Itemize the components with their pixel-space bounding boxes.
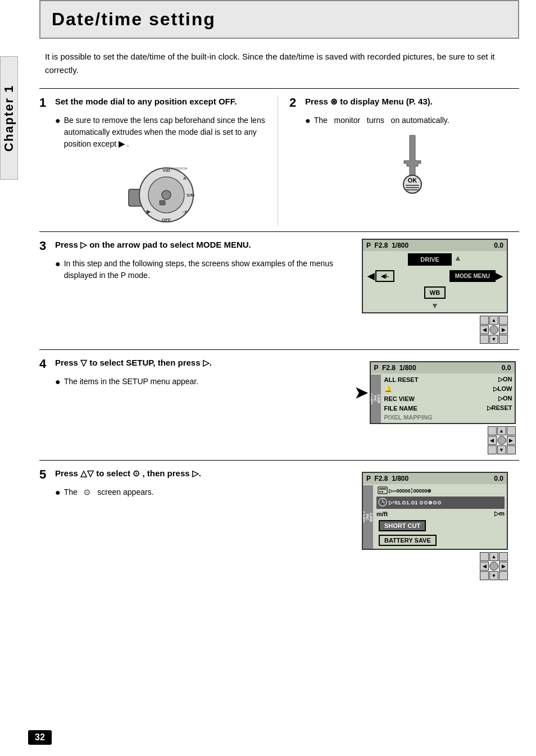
step-5-section: 5 Press △▽ to select ⊙ , then press ▷. ●… [39, 460, 519, 580]
lcd-top-bar-3: P F2.8 1/800 0.0 [363, 240, 507, 251]
svg-point-3 [162, 190, 171, 199]
battery-icon-box: ◀i- [375, 270, 394, 282]
step-4-left: 4 Press ▽ to select SETUP, then press ▷.… [39, 357, 351, 454]
wb-row: WB [363, 286, 507, 299]
mode-menu-screen: P F2.8 1/800 0.0 DRIVE ▲ ◀ ◀i- [362, 239, 508, 313]
step-3-right: P F2.8 1/800 0.0 DRIVE ▲ ◀ ◀i- [351, 239, 519, 344]
all-reset-row: ALL RESET ▷ON [384, 375, 512, 384]
date-bar-row: ▷═00000╎00000⊕ [376, 485, 505, 497]
step-4-lcd: P F2.8 1/800 0.0 CAM PIC CARD SETUP ALL … [370, 361, 516, 424]
svg-text:S/M: S/M [186, 193, 194, 198]
intro-text: It is possible to set the date/time of t… [39, 50, 519, 77]
short-cut-btn: SHORT CUT [379, 520, 426, 531]
arrow-pad-5: ▲ ◀ ▶ ▼ [362, 552, 508, 580]
step-1-bullet: ● Be sure to remove the lens cap beforeh… [55, 115, 269, 150]
step-5-number: 5 [39, 467, 51, 482]
step-3-number: 3 [39, 239, 51, 253]
svg-rect-15 [406, 187, 419, 188]
clock-row: ▷°01.⊙1.⊙1 ⊙⊙⊕⊙⊙ [376, 497, 505, 509]
step-2-title: Press ⊛ to display Menu (P. 43). [305, 95, 433, 107]
rec-view-row: REC VIEW ▷ON [384, 394, 512, 403]
steps-1-2-section: 1 Set the mode dial to any position exce… [39, 88, 519, 226]
chapter-tab: Chapter 1 [0, 56, 18, 180]
battery-save-row: BATTERY SAVE [376, 533, 505, 548]
battery-save-btn: BATTERY SAVE [379, 535, 437, 546]
step-5-header: 5 Press △▽ to select ⊙ , then press ▷. [39, 467, 339, 482]
page-number: 32 [28, 730, 52, 745]
file-name-row: FILE NAME ▷RESET [384, 403, 512, 413]
step-5-body: ● The ⊙ screen appears. [39, 486, 339, 499]
step-5-lcd-wrapper: P F2.8 1/800 0.0 CAM PIC CARD SETUP [362, 472, 508, 580]
step-2-body: ● The monitor turns on automatically. OK [289, 115, 519, 194]
mft-row: m/ft ▷m [376, 509, 505, 518]
mode-menu-middle: ◀ ◀i- MODE MENU ▶ [363, 268, 507, 284]
step-1-col: 1 Set the mode dial to any position exce… [39, 95, 278, 226]
page-title: Date/time setting [52, 9, 507, 30]
svg-text:OFF: OFF [162, 217, 171, 222]
svg-rect-11 [160, 201, 165, 205]
step-5-bullet: ● The ⊙ screen appears. [55, 486, 339, 499]
step-3-header: 3 Press ▷ on the arrow pad to select MOD… [39, 239, 339, 253]
wb-box: WB [424, 286, 446, 299]
short-cut-row: SHORT CUT [376, 518, 505, 533]
step-2-bullet: ● The monitor turns on automatically. [305, 115, 519, 127]
step-2-header: 2 Press ⊛ to display Menu (P. 43). [289, 95, 519, 110]
step-3-title: Press ▷ on the arrow pad to select MODE … [55, 239, 251, 251]
drive-box: DRIVE [408, 253, 452, 266]
svg-rect-19 [379, 491, 381, 493]
step-4-lcd-wrapper: ➤ P F2.8 1/800 0.0 CAM PIC CARD SETUP [355, 361, 516, 454]
svg-text:OK: OK [407, 177, 417, 184]
svg-text:▶: ▶ [146, 209, 151, 215]
svg-text:POWER/ON: POWER/ON [169, 167, 187, 170]
step-1-number: 1 [39, 95, 51, 110]
step-1-body: ● Be sure to remove the lens cap beforeh… [39, 115, 269, 226]
step-4-bullet: ● The items in the SETUP menu appear. [55, 376, 339, 388]
svg-rect-20 [381, 491, 383, 493]
mode-menu-box: MODE MENU [449, 270, 496, 282]
svg-rect-18 [379, 488, 386, 490]
mode-dial-diagram: VID A S/M ○P OFF ▶ POWER/ON [55, 158, 269, 226]
step-4-header: 4 Press ▽ to select SETUP, then press ▷. [39, 357, 339, 371]
step-4-title: Press ▽ to select SETUP, then press ▷. [55, 357, 212, 368]
arrow-pad-4: ▲ ◀ ▶ ▼ [355, 426, 516, 454]
step-3-left: 3 Press ▷ on the arrow pad to select MOD… [39, 239, 351, 344]
mode-dial-svg: VID A S/M ○P OFF ▶ POWER/ON [126, 158, 199, 226]
step-4-right: ➤ P F2.8 1/800 0.0 CAM PIC CARD SETUP [351, 357, 519, 454]
step-4-number: 4 [39, 357, 51, 371]
svg-rect-17 [378, 487, 387, 494]
svg-line-23 [383, 502, 385, 503]
pixel-mapping-row: PIXEL MAPPING [384, 413, 512, 422]
beep-row: 🔔 ▷LOW [384, 384, 512, 394]
drive-row: DRIVE ▲ [363, 253, 507, 266]
svg-rect-14 [406, 185, 419, 186]
arrow-pad-3: ▲ ◀ ▶ ▼ [362, 316, 508, 344]
ok-button-diagram: OK [305, 133, 519, 194]
step-3-body: ● In this step and the following steps, … [39, 258, 339, 281]
step-5-title: Press △▽ to select ⊙ , then press ▷. [55, 467, 201, 479]
page-title-box: Date/time setting [39, 0, 519, 39]
step-3-section: 3 Press ▷ on the arrow pad to select MOD… [39, 231, 519, 344]
step-5-left: 5 Press △▽ to select ⊙ , then press ▷. ●… [39, 467, 351, 580]
step-2-col: 2 Press ⊛ to display Menu (P. 43). ● The… [278, 95, 519, 226]
step-2-number: 2 [289, 95, 301, 110]
svg-text:A: A [183, 176, 187, 181]
svg-rect-16 [406, 189, 419, 190]
svg-text:○P: ○P [182, 210, 187, 214]
step-4-body: ● The items in the SETUP menu appear. [39, 376, 339, 388]
step-5-lcd: P F2.8 1/800 0.0 CAM PIC CARD SETUP [362, 472, 508, 550]
step-1-title: Set the mode dial to any position except… [55, 95, 237, 107]
step-3-lcd: P F2.8 1/800 0.0 DRIVE ▲ ◀ ◀i- [362, 239, 508, 344]
step-3-bullet: ● In this step and the following steps, … [55, 258, 339, 281]
step-4-section: 4 Press ▽ to select SETUP, then press ▷.… [39, 349, 519, 454]
step-1-header: 1 Set the mode dial to any position exce… [39, 95, 269, 110]
ok-button-svg: OK [379, 133, 446, 194]
step-5-right: P F2.8 1/800 0.0 CAM PIC CARD SETUP [351, 467, 519, 580]
